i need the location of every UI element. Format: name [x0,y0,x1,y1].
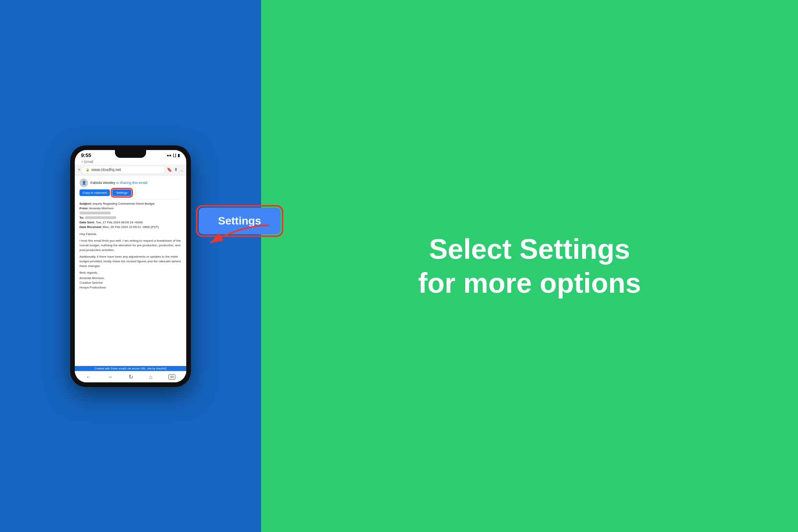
date-received-label: Date Received: [79,225,102,229]
date-received-value: Mon, 26 Feb 2024 22:09:21 -0800 (PST) [103,225,159,229]
arrow-annotation [203,221,273,254]
headline-line2: for more options [418,266,641,300]
right-panel: Select Settings for more options [261,0,798,532]
url-text: www.cloudhq.net [91,168,121,172]
sig-title: Creative Director [79,281,182,285]
nav-tabs-icon[interactable]: 38 [168,374,175,380]
email-content: 👤 Fabiola Westley is sharing this email.… [75,175,186,366]
closing: Best regards, [79,270,182,275]
subject-label: Subject: [79,202,92,205]
email-meta: Subject: Inquiry Regarding Commercial Sh… [79,199,182,230]
phone-mockup: 9:55 ●● ⌊⌋ ▮ < Gmail × 🔒 www.cloudhq.net [70,145,191,387]
to-label: To: [79,216,84,219]
nav-refresh-icon[interactable]: ↻ [129,374,133,380]
sig-name: Amanda Morrison [79,276,182,281]
from-email-blurred [79,212,111,214]
browser-bar: × 🔒 www.cloudhq.net 🔖 ⬆ ... [75,164,186,175]
paragraph1: I trust this email finds you well. I am … [79,239,182,253]
browser-close-icon[interactable]: × [78,167,80,172]
to-email-blurred [85,216,116,219]
battery-icon: ▮ [178,153,180,157]
sig-company: Hoopa Productions [79,285,182,290]
wifi-icon: ⌊⌋ [173,153,176,157]
subject-line: Subject: Inquiry Regarding Commercial Sh… [79,201,182,206]
subject-value: Inquiry Regarding Commercial Shoot Budge… [93,202,155,205]
copy-to-clipboard-button[interactable]: Copy to clipboard [79,189,110,196]
action-buttons: Copy to clipboard Settings [79,189,182,196]
from-label: From: [79,207,88,210]
date-sent-line: Date Sent: Tue, 27 Feb 2024 06:09:19 +00… [79,220,182,225]
left-panel: 9:55 ●● ⌊⌋ ▮ < Gmail × 🔒 www.cloudhq.net [0,0,261,532]
to-line: To: [79,216,182,220]
phone-screen: 9:55 ●● ⌊⌋ ▮ < Gmail × 🔒 www.cloudhq.net [75,150,186,382]
gmail-back-label[interactable]: < Gmail [75,160,186,164]
arrow-svg [203,221,273,253]
date-received-line: Date Received: Mon, 26 Feb 2024 22:09:21… [79,225,182,230]
date-sent-label: Date Sent: [79,221,95,224]
share-icon[interactable]: ⬆ [174,167,178,172]
sharing-text: is sharing this email. [116,181,148,185]
right-panel-text: Select Settings for more options [418,232,641,300]
sender-row: 👤 Fabiola Westley is sharing this email. [79,179,182,187]
from-email-line [79,211,182,216]
date-sent-value: Tue, 27 Feb 2024 06:09:19 +0000 [96,221,143,224]
sender-info: Fabiola Westley is sharing this email. [90,181,148,185]
nav-back-icon[interactable]: ← [86,374,91,380]
headline-line1: Select Settings [418,232,641,266]
signal-icon: ●● [167,153,171,157]
paragraph2: Additionally, if there have been any adj… [79,255,182,269]
from-value: Amanda Morrison [89,207,113,210]
browser-url-bar[interactable]: 🔒 www.cloudhq.net [83,166,164,173]
from-line: From: Amanda Morrison [79,206,182,211]
nav-forward-icon[interactable]: → [107,374,113,380]
status-time: 9:55 [81,152,91,158]
settings-button-phone[interactable]: Settings [112,189,131,196]
greeting: Hey Fabiola, [79,232,182,237]
avatar: 👤 [79,179,88,187]
nav-home-icon[interactable]: ⌂ [149,374,152,380]
bookmark-icon[interactable]: 🔖 [167,167,172,172]
email-footer: Created with Share emails via secure URL… [75,366,186,371]
email-body: Hey Fabiola, I trust this email finds yo… [79,232,182,290]
footer-text[interactable]: Created with Share emails via secure URL… [95,367,167,370]
more-icon[interactable]: ... [180,167,183,172]
browser-actions: 🔖 ⬆ ... [167,167,183,172]
status-icons: ●● ⌊⌋ ▮ [167,153,180,157]
phone-bottom-nav: ← → ↻ ⌂ 38 [75,371,186,382]
phone-frame: 9:55 ●● ⌊⌋ ▮ < Gmail × 🔒 www.cloudhq.net [70,145,191,387]
lock-icon: 🔒 [86,168,90,171]
phone-notch [115,150,146,158]
sender-name: Fabiola Westley [90,181,115,185]
